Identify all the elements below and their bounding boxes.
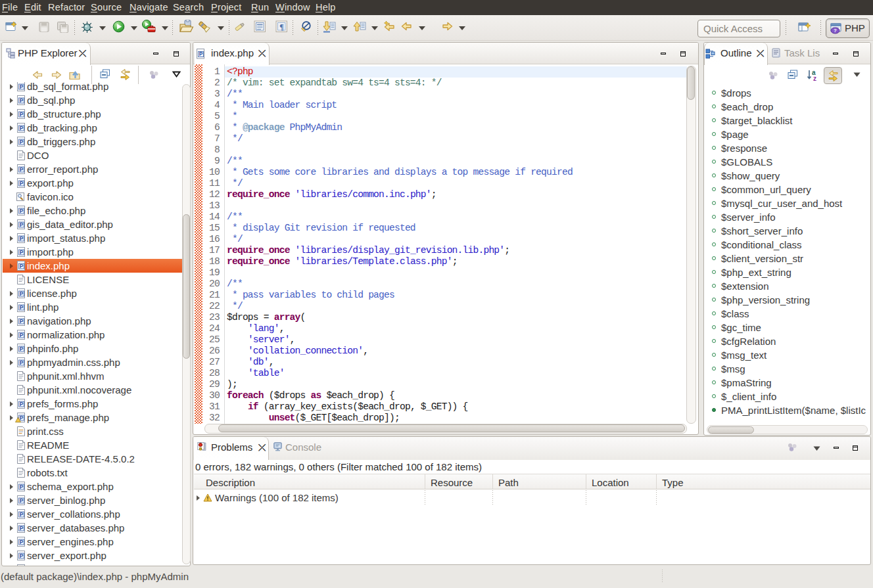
svg-text:P: P bbox=[20, 346, 24, 352]
svg-text:P: P bbox=[20, 97, 24, 104]
svg-text:P: P bbox=[20, 304, 24, 311]
svg-text:P: P bbox=[20, 497, 24, 504]
svg-text:P: P bbox=[20, 511, 24, 518]
svg-text:P: P bbox=[20, 290, 24, 297]
svg-text:P: P bbox=[20, 332, 24, 338]
svg-text:P: P bbox=[20, 359, 24, 366]
svg-text:P: P bbox=[20, 180, 24, 187]
svg-text:P: P bbox=[20, 539, 24, 545]
svg-text:P: P bbox=[20, 111, 24, 118]
svg-text:P: P bbox=[20, 263, 24, 269]
svg-text:P: P bbox=[20, 166, 24, 173]
svg-text:P: P bbox=[20, 484, 24, 490]
svg-text:P: P bbox=[20, 318, 24, 325]
svg-text:P: P bbox=[20, 235, 24, 242]
svg-text:P: P bbox=[20, 401, 24, 407]
svg-text:P: P bbox=[20, 125, 24, 131]
svg-text:P: P bbox=[20, 83, 24, 90]
svg-text:P: P bbox=[20, 525, 24, 531]
svg-text:P: P bbox=[20, 221, 24, 228]
svg-text:P: P bbox=[20, 208, 24, 214]
svg-text:P: P bbox=[20, 139, 24, 145]
svg-text:P: P bbox=[20, 249, 24, 256]
svg-text:P: P bbox=[20, 553, 24, 559]
